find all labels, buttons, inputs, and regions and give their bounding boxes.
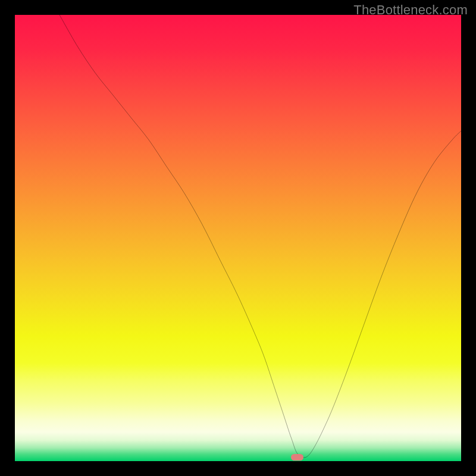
plot-area bbox=[15, 15, 461, 461]
chart-frame: TheBottleneck.com bbox=[0, 0, 476, 476]
curve-layer bbox=[15, 15, 461, 461]
watermark-text: TheBottleneck.com bbox=[353, 2, 468, 18]
bottleneck-curve bbox=[60, 15, 461, 458]
valley-marker bbox=[291, 454, 303, 461]
